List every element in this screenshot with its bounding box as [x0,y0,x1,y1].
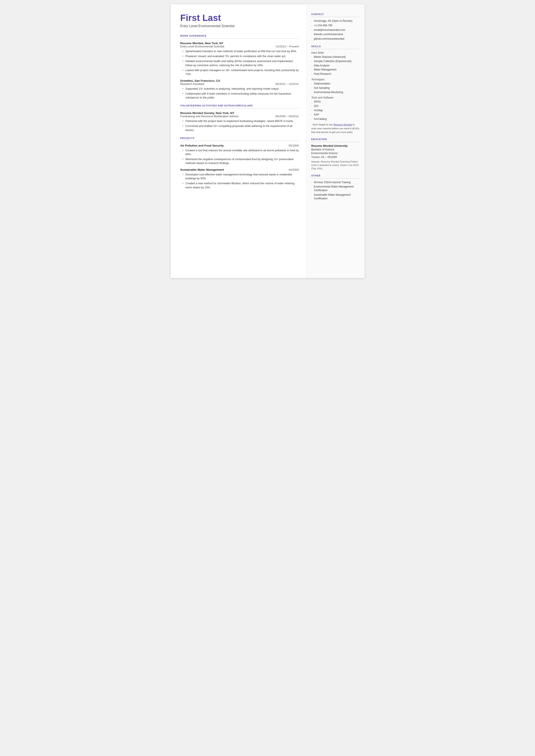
project-2-header: Sustainable Water Management 04/2009 [180,168,299,171]
list-item: ArcCatalog [311,117,360,121]
skills-heading: SKILLS [311,45,360,48]
list-item: linkedin.com/in/username [311,33,360,36]
hard-skills-label: Hard Skills: [311,51,360,54]
job-2-header: Growthsi, San Francisco, CA Research Ass… [180,79,299,86]
list-item: Created a new method for stormwater filt… [183,182,299,189]
list-item: Waste Disposal (Advanced) [311,55,360,59]
resume-worded-link[interactable]: Resume Worded [333,123,352,126]
work-experience-divider [180,38,299,39]
edu-field: Environmental Science [311,152,338,155]
other-divider [311,178,360,179]
edu-awards: Awards: Resume Worded Teaching Fellow (o… [311,160,360,170]
tools-list: SPSS GIS ArcMap SAP ArcCatalog [311,100,360,121]
right-column: CONTACT Anchorage, AK (Open to Remote) +… [306,4,365,278]
job-2-position: Research Assistant [180,82,204,86]
job-1-date: 01/2015 – Present [276,45,299,48]
project-1-header: Air Pollution and Food Security 05/2009 [180,144,299,147]
volunteering-heading: VOLUNTEERING ACTIVITIES AND EXTRACURRICU… [180,104,299,107]
list-item: Soil Sampling [311,86,360,90]
list-item: Data Analysis [311,64,360,68]
list-item: SAP [311,113,360,117]
vol-1-company: Resume Worded Society, New York, NY [180,111,299,115]
techniques-list: Sedimentation Soil Sampling Environmenta… [311,82,360,94]
project-2-title: Sustainable Water Management [180,168,224,171]
list-item: Developed cost-effective water managemen… [183,173,299,181]
other-heading: OTHER [311,174,360,177]
list-item: Supported 13+ scientists in analyzing, i… [183,87,299,91]
project-1-bullets: Created a tool that reduces the annual m… [183,149,299,165]
project-1-date: 05/2009 [289,144,299,147]
edu-degree: Bachelor of Science Environmental Scienc… [311,148,360,159]
list-item: +1-234-456-789 [311,24,360,27]
project-1-title: Air Pollution and Food Security [180,144,224,147]
list-item: github.com/resumeworded [311,37,360,41]
candidate-name: First Last [180,13,299,23]
resume-page: First Last Entry Level Environmental Sci… [171,4,365,278]
edu-location-date: Tucson, AZ— 05/2009 [311,155,337,159]
vol-1-date: 06/2009 – 04/2010 [275,115,299,118]
list-item: Sustainable Water Management Certificati… [311,193,360,200]
contact-list: Anchorage, AK (Open to Remote) +1-234-45… [311,19,360,41]
other-list: 40-Hour OSHA Hazmat Training Environment… [311,181,360,200]
job-1-bullets: Spearheaded transition to new methods of… [183,49,299,76]
list-item: GIS [311,104,360,108]
hard-skills-list: Waste Disposal (Advanced) Sample Collect… [311,55,360,76]
list-item: Spearheaded transition to new methods of… [183,49,299,53]
project-2-date: 04/2009 [289,168,299,171]
list-item: Anchorage, AK (Open to Remote) [311,19,360,23]
vol-1-title-date: Fundraising and Resource Mobilization Ad… [180,115,299,118]
job-2-company: Growthsi, San Francisco, CA [180,79,299,82]
vol-1-position: Fundraising and Resource Mobilization Ad… [180,115,239,118]
project-2-bullets: Developed cost-effective water managemen… [183,173,299,189]
job-1-position: Entry Level Environmental Scientist [180,45,224,48]
list-item: Sample Collection (Experienced) [311,60,360,63]
projects-heading: PROJECTS [180,137,299,139]
header-section: First Last Entry Level Environmental Sci… [180,13,299,28]
list-item: Environmental Monitoring [311,91,360,94]
job-2-title-date: Research Assistant 06/2010 – 12/2014 [180,82,299,86]
list-item: Partnered with the project team to imple… [183,119,299,123]
techniques-label: Techniques: [311,78,360,81]
edu-school: Resume Worded University [311,144,360,147]
job-2-date: 06/2010 – 12/2014 [275,82,299,86]
volunteering-divider [180,108,299,108]
list-item: SPSS [311,100,360,104]
edu-degree-name: Bachelor of Science [311,148,334,151]
work-experience-heading: WORK EXPERIENCE [180,35,299,37]
contact-divider [311,17,360,17]
list-item: Minimized the negative consequences of c… [183,157,299,165]
job-1-header: Resume Worded, New York, NY Entry Level … [180,42,299,48]
promo-text: · Don't forget to use Resume Worded to s… [311,123,360,134]
list-item: email@resumeworded.com [311,28,360,32]
list-item: Environmental Water Management Certifica… [311,185,360,192]
vol-1-bullets: Partnered with the project team to imple… [183,119,299,132]
list-item: Collaborated with 9 team members in comm… [183,92,299,99]
education-divider [311,142,360,142]
list-item: Initiated environmental health and safet… [183,59,299,67]
contact-heading: CONTACT [311,13,360,15]
list-item: 40-Hour OSHA Hazmat Training [311,181,360,184]
job-2-bullets: Supported 13+ scientists in analyzing, i… [183,87,299,99]
projects-divider [180,141,299,141]
tools-label: Tools and Software: [311,96,360,99]
list-item: Field Research [311,72,360,76]
vol-1-header: Resume Worded Society, New York, NY Fund… [180,111,299,118]
job-1-title-date: Entry Level Environmental Scientist 01/2… [180,45,299,48]
list-item: ArcMap [311,109,360,112]
left-column: First Last Entry Level Environmental Sci… [171,4,306,278]
list-item: Sedimentation [311,82,360,86]
list-item: Prepared, issued, and evaluated 70+ perm… [183,54,299,58]
education-heading: EDUCATION [311,138,360,141]
job-1-company: Resume Worded, New York, NY [180,42,299,45]
list-item: Liaised with project managers on 18+ con… [183,68,299,76]
list-item: Water Management [311,68,360,71]
list-item: Created a tool that reduces the annual m… [183,149,299,156]
candidate-title: Entry Level Environmental Scientist [180,24,299,28]
list-item: Conceived and drafted 10+ compelling pro… [183,124,299,132]
